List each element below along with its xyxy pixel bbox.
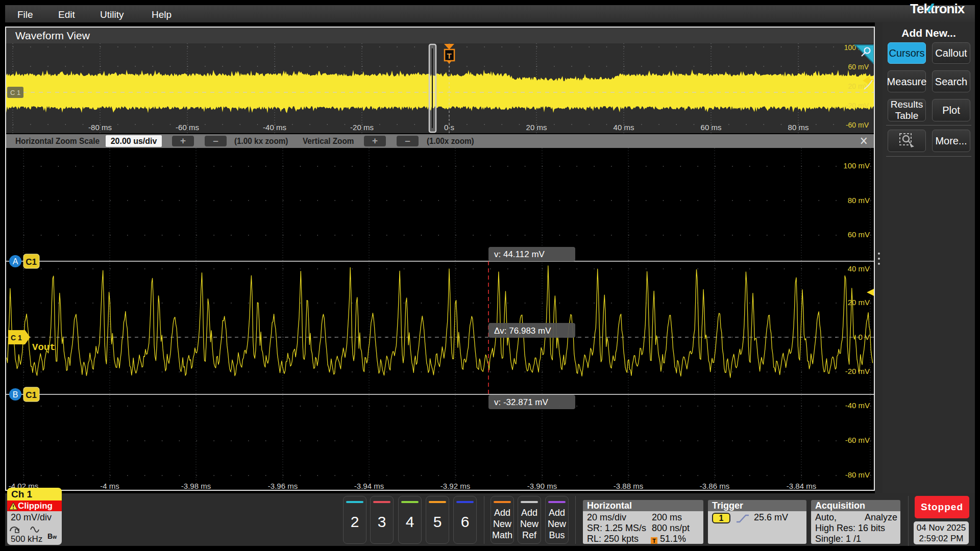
svg-text:80 ms: 80 ms [788, 123, 809, 132]
svg-text:-3.92 ms: -3.92 ms [440, 482, 470, 490]
svg-text:-80 ms: -80 ms [88, 123, 112, 132]
svg-text:B: B [13, 390, 18, 399]
svg-text:-3.90 ms: -3.90 ms [527, 482, 557, 490]
svg-text:20 mV: 20 mV [848, 82, 869, 90]
svg-text:v: -32.871 mV: v: -32.871 mV [494, 397, 548, 407]
svg-text:60 ms: 60 ms [701, 123, 722, 132]
svg-text:C1: C1 [26, 390, 37, 400]
svg-text:20 ms: 20 ms [526, 123, 547, 132]
svg-text:-40 mV: -40 mV [845, 401, 870, 410]
svg-text:40 mV: 40 mV [848, 264, 870, 273]
svg-text:100 mV: 100 mV [843, 161, 870, 170]
svg-text:A: A [13, 257, 18, 266]
svg-text:-4 ms: -4 ms [100, 482, 119, 490]
svg-text:Δv: 76.983 mV: Δv: 76.983 mV [494, 326, 551, 336]
svg-text:-60 mV: -60 mV [845, 436, 870, 444]
svg-text:-60 mV: -60 mV [846, 121, 869, 129]
svg-text:-20 mV: -20 mV [846, 102, 869, 110]
svg-text:20 mV: 20 mV [848, 298, 870, 307]
svg-text:0 V: 0 V [858, 333, 870, 341]
svg-text:-20 mV: -20 mV [845, 367, 870, 375]
svg-text:-40 ms: -40 ms [263, 123, 286, 132]
svg-text:C 1: C 1 [11, 334, 22, 342]
svg-text:C 1: C 1 [10, 89, 20, 96]
svg-text:60 mV: 60 mV [848, 230, 870, 239]
svg-text:v: 44.112 mV: v: 44.112 mV [494, 249, 545, 259]
svg-text:60 mV: 60 mV [848, 63, 869, 71]
svg-text:-3.84 ms: -3.84 ms [787, 482, 816, 490]
svg-text:-3.94 ms: -3.94 ms [354, 482, 384, 490]
svg-text:-60 ms: -60 ms [176, 123, 199, 132]
svg-text:-80 mV: -80 mV [845, 470, 870, 479]
svg-text:80 mV: 80 mV [848, 196, 870, 205]
svg-text:40 ms: 40 ms [614, 123, 634, 132]
svg-text:-3.88 ms: -3.88 ms [614, 482, 643, 490]
svg-text:-3.86 ms: -3.86 ms [700, 482, 729, 490]
svg-text:T: T [447, 52, 451, 60]
svg-text:-3.96 ms: -3.96 ms [268, 482, 298, 490]
svg-text:-20 ms: -20 ms [350, 123, 374, 132]
svg-text:C1: C1 [26, 257, 37, 267]
svg-text:-3.98 ms: -3.98 ms [181, 482, 211, 490]
svg-text:Vout: Vout [32, 342, 56, 353]
